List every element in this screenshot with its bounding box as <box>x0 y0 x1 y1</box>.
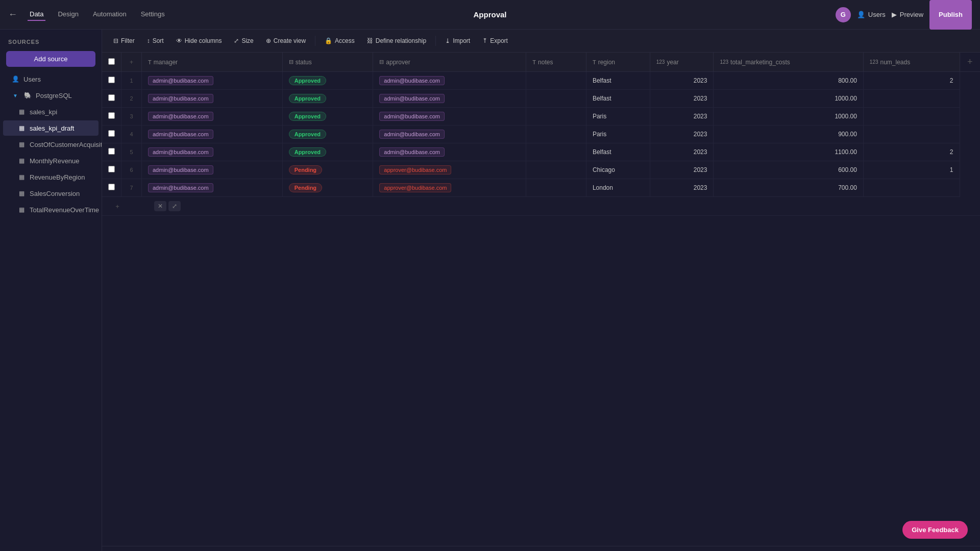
text-type-icon: ⊟ <box>289 59 293 65</box>
row-checkbox-cell[interactable] <box>102 161 121 179</box>
table-row[interactable]: 1 admin@budibase.com Approved admin@budi… <box>102 72 980 90</box>
hide-columns-icon: 👁 <box>176 37 182 44</box>
row-checkbox-cell[interactable] <box>102 90 121 108</box>
notes-cell <box>526 161 586 179</box>
row-checkbox[interactable] <box>108 130 115 137</box>
col-header-region[interactable]: T region <box>586 53 650 72</box>
sidebar-item-revenue-by-region[interactable]: ▦ RevenueByRegion <box>3 169 99 185</box>
tab-design[interactable]: Design <box>56 8 80 21</box>
col-header-num-leads[interactable]: 123 num_leads <box>863 53 960 72</box>
number-type-icon: 123 <box>656 59 665 65</box>
sidebar-item-sales-conversion[interactable]: ▦ SalesConversion <box>3 186 99 201</box>
region-cell: Chicago <box>586 161 650 179</box>
table-row[interactable]: 2 admin@budibase.com Approved admin@budi… <box>102 90 980 108</box>
col-header-total-marketing-costs[interactable]: 123 total_marketing_costs <box>714 53 863 72</box>
table-row[interactable]: 4 admin@budibase.com Approved admin@budi… <box>102 126 980 143</box>
tab-automation[interactable]: Automation <box>91 8 129 21</box>
size-button[interactable]: ⤢ Size <box>229 35 258 47</box>
filter-label: Filter <box>121 37 135 44</box>
data-table: + T manager ⊟ status <box>102 53 980 197</box>
table-row[interactable]: 5 admin@budibase.com Approved admin@budi… <box>102 143 980 161</box>
sidebar-item-sales-kpi-draft[interactable]: ▦ sales_kpi_draft <box>3 120 99 136</box>
col-header-status[interactable]: ⊟ status <box>282 53 373 72</box>
table-row[interactable]: 7 admin@budibase.com Pending approver@bu… <box>102 179 980 197</box>
sidebar-item-label: TotalRevenueOverTime <box>30 206 99 214</box>
row-checkbox[interactable] <box>108 77 115 83</box>
add-column-button[interactable]: + <box>960 53 980 72</box>
bottom-scrollbar <box>102 546 980 551</box>
tab-settings[interactable]: Settings <box>139 8 167 21</box>
col-header-notes[interactable]: T notes <box>526 53 586 72</box>
row-checkbox[interactable] <box>108 184 115 190</box>
sidebar-item-total-revenue-overtime[interactable]: ▦ TotalRevenueOverTime <box>3 202 99 217</box>
add-row-confirm[interactable]: ✕ <box>154 201 166 211</box>
table-row[interactable]: 6 admin@budibase.com Pending approver@bu… <box>102 161 980 179</box>
back-button[interactable]: ← <box>8 9 17 20</box>
table-icon: ▦ <box>17 108 26 116</box>
notes-cell <box>526 108 586 126</box>
sidebar-item-users[interactable]: 👤 Users <box>3 71 99 87</box>
add-row-expand[interactable]: ⤢ <box>168 201 181 211</box>
add-row-icon: + <box>108 203 127 210</box>
row-checkbox-cell[interactable] <box>102 126 121 143</box>
sidebar-item-cost-of-customer[interactable]: ▦ CostOfCustomerAcquisition <box>3 137 99 152</box>
col-header-year[interactable]: 123 year <box>650 53 714 72</box>
text-type-icon: T <box>593 59 596 65</box>
export-button[interactable]: ⤒ Export <box>477 35 513 47</box>
tab-data[interactable]: Data <box>28 8 45 21</box>
sidebar-item-monthly-revenue[interactable]: ▦ MonthlyRevenue <box>3 153 99 168</box>
year-cell: 2023 <box>650 179 714 197</box>
col-header-manager[interactable]: T manager <box>142 53 283 72</box>
row-checkbox-cell[interactable] <box>102 108 121 126</box>
preview-button[interactable]: ▶ Preview <box>892 11 923 18</box>
approver-cell: approver@budibase.com <box>373 161 526 179</box>
row-checkbox-cell[interactable] <box>102 143 121 161</box>
add-source-button[interactable]: Add source <box>6 51 95 67</box>
create-view-label: Create view <box>274 37 306 44</box>
manager-cell: admin@budibase.com <box>142 126 283 143</box>
feedback-button[interactable]: Give Feedback <box>902 521 968 539</box>
table-icon: ▦ <box>17 206 26 214</box>
status-cell: Approved <box>282 72 373 90</box>
add-row-area[interactable]: + ✕ ⤢ <box>102 197 980 216</box>
users-button[interactable]: 👤 Users <box>857 11 886 18</box>
row-checkbox[interactable] <box>108 94 115 101</box>
add-row-controls: ✕ ⤢ <box>154 201 181 211</box>
sidebar-item-label: Users <box>23 76 41 83</box>
checkbox-header[interactable] <box>102 53 121 72</box>
table-icon: ▦ <box>17 189 26 197</box>
notes-cell <box>526 90 586 108</box>
row-number: 5 <box>121 143 142 161</box>
total-marketing-costs-cell: 800.00 <box>714 72 863 90</box>
region-cell: Paris <box>586 126 650 143</box>
region-cell: Belfast <box>586 143 650 161</box>
publish-button[interactable]: Publish <box>929 0 972 30</box>
sort-button[interactable]: ↕ Sort <box>142 35 169 47</box>
col-header-add[interactable]: + <box>121 53 142 72</box>
row-number: 4 <box>121 126 142 143</box>
table-icon: ▦ <box>17 140 26 148</box>
import-label: Import <box>453 37 470 44</box>
import-button[interactable]: ⤓ Import <box>440 35 475 47</box>
approver-email: admin@budibase.com <box>379 112 445 121</box>
hide-columns-button[interactable]: 👁 Hide columns <box>171 35 227 47</box>
table-icon: ▦ <box>17 157 26 165</box>
row-checkbox[interactable] <box>108 112 115 119</box>
table-row[interactable]: 3 admin@budibase.com Approved admin@budi… <box>102 108 980 126</box>
create-view-button[interactable]: ⊕ Create view <box>261 35 311 47</box>
sidebar-item-sales-kpi[interactable]: ▦ sales_kpi <box>3 104 99 119</box>
approver-cell: admin@budibase.com <box>373 108 526 126</box>
row-checkbox[interactable] <box>108 166 115 172</box>
row-checkbox-cell[interactable] <box>102 72 121 90</box>
select-all-checkbox[interactable] <box>108 58 115 65</box>
col-header-approver[interactable]: ⊟ approver <box>373 53 526 72</box>
sidebar-item-postgresql[interactable]: ▼ 🐘 PostgreSQL <box>3 88 99 103</box>
row-number: 6 <box>121 161 142 179</box>
access-button[interactable]: 🔒 Access <box>320 35 360 47</box>
manager-cell: admin@budibase.com <box>142 161 283 179</box>
row-checkbox[interactable] <box>108 148 115 155</box>
table-container[interactable]: + T manager ⊟ status <box>102 53 980 546</box>
define-relationship-button[interactable]: ⛓ Define relationship <box>362 35 431 47</box>
row-checkbox-cell[interactable] <box>102 179 121 197</box>
filter-button[interactable]: ⊟ Filter <box>108 35 140 47</box>
